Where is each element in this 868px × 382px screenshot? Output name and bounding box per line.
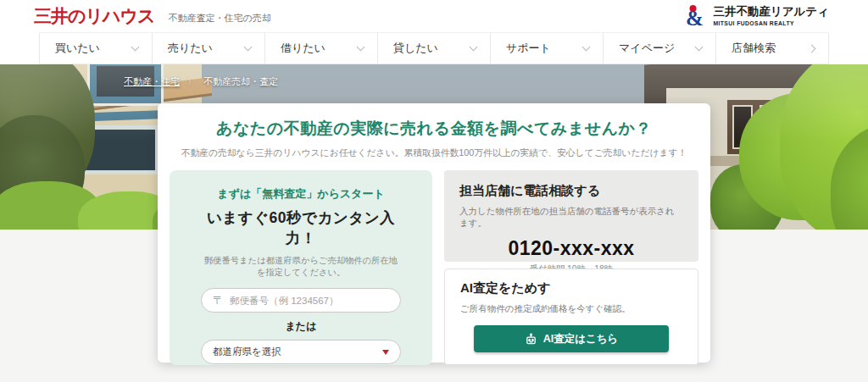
- nav-item-label: 店舗検索: [732, 41, 776, 56]
- free-assessment-panel: まずは「無料査定」からスタート いますぐ60秒でカンタン入力！ 郵便番号または都…: [170, 170, 432, 365]
- nav-item-label: マイページ: [619, 41, 675, 56]
- dropdown-triangle-icon: [382, 350, 389, 355]
- chevron-down-icon: [695, 42, 704, 51]
- nav-item-sell[interactable]: 売りたい: [152, 33, 264, 64]
- page-subtitle: 不動産の売却なら三井のリハウスにお任せください。累積取扱件数100万件以上の実績…: [158, 147, 710, 159]
- chevron-down-icon: [357, 42, 365, 51]
- right-column: 担当店舗に電話相談する 入力した物件所在地の担当店舗の電話番号が表示されます。 …: [444, 170, 698, 365]
- breadcrumb-separator: 〉: [187, 76, 196, 88]
- chevron-down-icon: [470, 42, 478, 51]
- nav-item-rent[interactable]: 借りたい: [264, 33, 377, 64]
- nav-item-label: 買いたい: [55, 41, 100, 56]
- chevron-right-icon: [808, 44, 816, 53]
- breadcrumb: 不動産・住宅 〉 不動産売却・査定: [124, 75, 278, 88]
- nav-item-mypage[interactable]: マイページ: [603, 33, 715, 64]
- phone-consult-panel: 担当店舗に電話相談する 入力した物件所在地の担当店舗の電話番号が表示されます。 …: [444, 170, 698, 262]
- nav-item-store-search[interactable]: 店舗検索: [715, 33, 829, 64]
- ampersand-logo-icon: &: [686, 4, 708, 28]
- ai-button-label: AI査定はこちら: [543, 332, 619, 346]
- chevron-down-icon: [131, 42, 140, 51]
- site-tagline: 不動産査定・住宅の売却: [168, 8, 270, 25]
- page: 三井のリハウス 不動産査定・住宅の売却 & 三井不動産リアルティ MITSUI …: [0, 0, 868, 382]
- ai-panel-description: ご所有物件の推定成約価格を今すぐ確認。: [460, 303, 682, 315]
- corp-logo-text: 三井不動産リアルティ MITSUI FUDOSAN REALTY: [713, 6, 829, 26]
- phone-panel-heading: 担当店舗に電話相談する: [459, 183, 683, 199]
- ai-assessment-button[interactable]: AI査定はこちら: [474, 325, 669, 352]
- nav-item-support[interactable]: サポート: [490, 33, 603, 64]
- ai-panel-heading: AI査定をためす: [460, 280, 682, 296]
- assessment-description: 郵便番号または都道府県からご売却物件の所在地を指定してください。: [201, 255, 401, 279]
- svg-text:&: &: [686, 7, 704, 28]
- breadcrumb-current: 不動産売却・査定: [203, 75, 278, 88]
- nav-item-lease[interactable]: 貸したい: [377, 33, 490, 64]
- nav-item-label: 貸したい: [393, 41, 438, 56]
- or-label: または: [201, 319, 401, 334]
- prefecture-select-value: 都道府県を選択: [213, 346, 281, 358]
- robot-icon: [525, 333, 537, 346]
- chevron-down-icon: [244, 42, 253, 51]
- phone-number: 0120-xxx-xxx: [459, 237, 683, 260]
- breadcrumb-home-link[interactable]: 不動産・住宅: [124, 75, 180, 88]
- assessment-kicker: まずは「無料査定」からスタート: [201, 186, 401, 202]
- assessment-heading: いますぐ60秒でカンタン入力！: [201, 208, 401, 248]
- top-header: 三井のリハウス 不動産査定・住宅の売却 & 三井不動産リアルティ MITSUI …: [0, 0, 868, 32]
- nav-item-label: 売りたい: [168, 41, 213, 56]
- page-title: あなたの不動産の実際に売れる金額を調べてみませんか？: [158, 118, 710, 140]
- ai-assessment-panel: AI査定をためす ご所有物件の推定成約価格を今すぐ確認。 AI査定はこちら: [444, 269, 698, 365]
- prefecture-select[interactable]: 都道府県を選択: [201, 340, 401, 364]
- corp-name: 三井不動産リアルティ: [713, 6, 829, 19]
- nav-item-label: サポート: [506, 41, 551, 56]
- postal-mark-icon: 〒: [213, 293, 224, 308]
- main-nav: 買いたい 売りたい 借りたい 貸したい サポート マイページ 店舗検索: [39, 32, 829, 64]
- nav-item-label: 借りたい: [281, 41, 326, 56]
- assessment-card: あなたの不動産の実際に売れる金額を調べてみませんか？ 不動産の売却なら三井のリハ…: [158, 103, 710, 363]
- postal-code-input[interactable]: [230, 296, 389, 306]
- card-columns: まずは「無料査定」からスタート いますぐ60秒でカンタン入力！ 郵便番号または都…: [158, 170, 710, 365]
- postal-code-field[interactable]: 〒: [201, 288, 401, 313]
- phone-panel-description: 入力した物件所在地の担当店舗の電話番号が表示されます。: [459, 206, 683, 230]
- rehouse-logo[interactable]: 三井のリハウス: [34, 4, 154, 28]
- chevron-down-icon: [582, 42, 591, 51]
- corp-name-en: MITSUI FUDOSAN REALTY: [713, 20, 829, 26]
- mitsui-fudosan-logo[interactable]: & 三井不動産リアルティ MITSUI FUDOSAN REALTY: [686, 4, 829, 28]
- nav-item-buy[interactable]: 買いたい: [39, 33, 152, 64]
